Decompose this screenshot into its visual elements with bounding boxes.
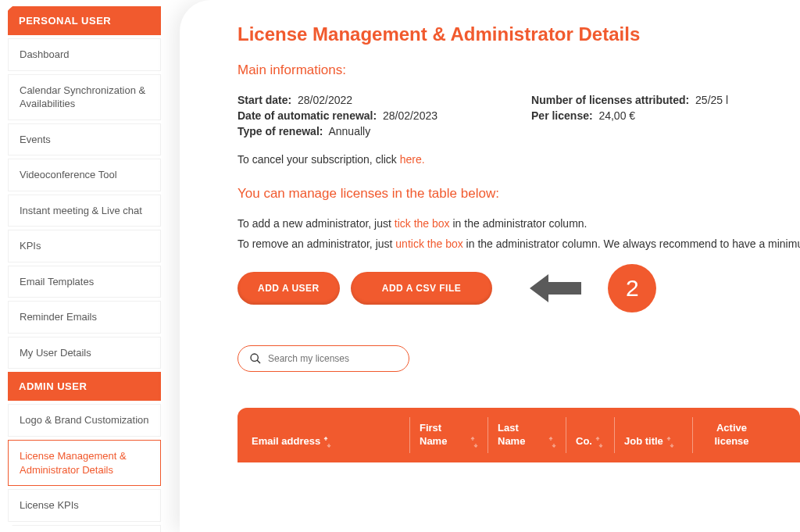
sidebar: PERSONAL USER Dashboard Calendar Synchro… <box>0 0 169 532</box>
remove-admin-instruction: To remove an administrator, just untick … <box>238 237 800 250</box>
sort-icon <box>548 437 556 448</box>
sidebar-header-admin: ADMIN USER <box>8 372 161 401</box>
th-company[interactable]: Co. <box>566 417 614 453</box>
th-email[interactable]: Email address <box>238 417 409 453</box>
search-input[interactable] <box>268 353 398 364</box>
step-badge: 2 <box>608 264 656 312</box>
licenses-value: 25/25 l <box>695 94 728 106</box>
start-date-label: Start date: <box>238 94 291 106</box>
main-content: License Management & Administrator Detai… <box>169 0 800 532</box>
sort-icon <box>595 437 603 448</box>
add-admin-instruction: To add a new administrator, just tick th… <box>238 217 800 230</box>
sort-icon <box>470 437 478 448</box>
sort-icon <box>666 437 674 448</box>
page-title: License Management & Administrator Detai… <box>238 23 800 45</box>
start-date-value: 28/02/2022 <box>298 94 352 106</box>
per-license-label: Per license: <box>531 109 593 122</box>
renewal-date-value: 28/02/2023 <box>383 109 438 122</box>
svg-line-1 <box>257 360 260 363</box>
main-info-title: Main informations: <box>238 62 800 78</box>
licenses-label: Number of licenses attributed: <box>531 94 689 106</box>
arrow-left-icon <box>527 270 584 307</box>
sort-icon <box>323 437 331 448</box>
sidebar-header-personal: PERSONAL USER <box>8 6 161 35</box>
sidebar-item-instant-meeting[interactable]: Instant meeting & Live chat <box>8 195 161 227</box>
sidebar-item-calendar[interactable]: Calendar Synchronization & Availabilitie… <box>8 74 161 120</box>
sidebar-item-kpis[interactable]: KPIs <box>8 230 161 262</box>
th-first-name[interactable]: First Name <box>409 417 488 453</box>
renewal-type-value: Annually <box>328 125 370 137</box>
svg-point-0 <box>251 354 258 361</box>
sidebar-item-logo-brand[interactable]: Logo & Brand Customization <box>8 404 161 437</box>
th-job-title[interactable]: Job title <box>614 417 692 453</box>
table-header: Email address First Name Last Name Co. J… <box>238 408 800 462</box>
th-active-license[interactable]: Active license <box>692 417 770 453</box>
info-grid: Start date: 28/02/2022 Date of automatic… <box>238 94 800 137</box>
add-user-button[interactable]: ADD A USER <box>238 272 340 305</box>
cancel-subscription-line: To cancel your subscription, click here. <box>238 153 800 166</box>
sidebar-item-reminder-emails[interactable]: Reminder Emails <box>8 301 161 334</box>
renewal-type-label: Type of renewal: <box>238 125 323 137</box>
sidebar-item-user-details[interactable]: My User Details <box>8 337 161 370</box>
search-wrap[interactable] <box>238 345 409 372</box>
sidebar-item-analytics[interactable]: Analytics platform <box>8 525 161 532</box>
per-license-value: 24,00 € <box>598 109 635 122</box>
sidebar-item-license-kpis[interactable]: License KPIs <box>8 489 161 522</box>
sidebar-item-videoconference[interactable]: Videoconference Tool <box>8 159 161 191</box>
sidebar-item-email-templates[interactable]: Email Templates <box>8 266 161 298</box>
sidebar-item-dashboard[interactable]: Dashboard <box>8 38 161 71</box>
manage-section-title: You can manage licenses in the table bel… <box>238 186 800 202</box>
sidebar-item-license-management[interactable]: License Management & Administrator Detai… <box>8 440 161 486</box>
sidebar-item-events[interactable]: Events <box>8 123 161 156</box>
add-csv-button[interactable]: ADD A CSV FILE <box>351 272 492 305</box>
cancel-link[interactable]: here. <box>400 153 425 166</box>
search-icon <box>249 352 262 365</box>
th-last-name[interactable]: Last Name <box>488 417 566 453</box>
renewal-date-label: Date of automatic renewal: <box>238 109 377 122</box>
